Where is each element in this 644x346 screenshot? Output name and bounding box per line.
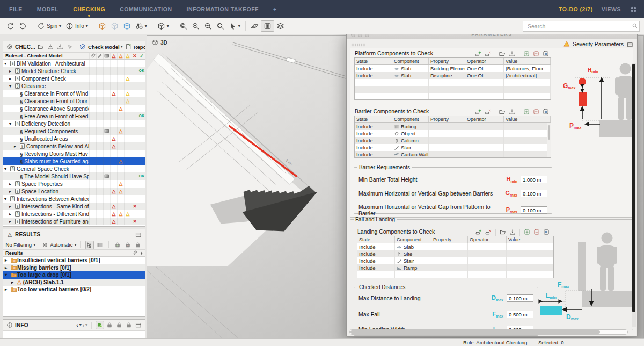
show-all-button[interactable] bbox=[96, 21, 108, 31]
open-folder-button[interactable] bbox=[498, 49, 507, 58]
ruleset-row[interactable]: ▸§Components Below and Ab△ bbox=[3, 142, 145, 150]
add-box-button[interactable] bbox=[522, 49, 531, 58]
chevron-down-icon[interactable]: ▾ bbox=[79, 323, 82, 327]
add-row-button[interactable] bbox=[474, 107, 482, 116]
table-scrollbar[interactable] bbox=[547, 123, 551, 157]
expander-icon[interactable]: ▸ bbox=[3, 287, 11, 292]
panel-window-button[interactable] bbox=[134, 230, 143, 239]
remove-row-button[interactable] bbox=[484, 107, 492, 116]
ruleset-row[interactable]: §Unallocated Areas△ bbox=[3, 135, 145, 142]
table-row[interactable]: IncludeCurtain Wall bbox=[355, 151, 551, 158]
expander-icon[interactable]: ▾ bbox=[3, 84, 15, 89]
mode-dropdown[interactable]: Automatic bbox=[50, 242, 72, 248]
accept-result-button[interactable] bbox=[113, 241, 122, 249]
hide-selected-button[interactable] bbox=[108, 21, 121, 31]
parameter-input[interactable] bbox=[507, 311, 533, 318]
drag-handle-icon[interactable] bbox=[351, 43, 365, 47]
show-selected-button[interactable] bbox=[121, 21, 133, 31]
expander-icon[interactable]: ▸ bbox=[3, 212, 15, 217]
expander-icon[interactable]: ▾ bbox=[3, 197, 10, 201]
add-box-button[interactable] bbox=[523, 228, 531, 236]
parameter-input[interactable] bbox=[521, 176, 547, 183]
flat-view-button[interactable] bbox=[96, 241, 104, 249]
layers-button[interactable] bbox=[274, 21, 287, 31]
ruleset-row[interactable]: ▸§Model Structure CheckOK bbox=[3, 67, 145, 75]
table-row[interactable]: IncludeSlabDisciplineOne Of[Architectura… bbox=[355, 72, 551, 79]
ruleset-row[interactable]: ▸§Component Check△ bbox=[3, 75, 145, 82]
table-row[interactable]: IncludeStair bbox=[357, 257, 553, 264]
ruleset-row[interactable]: ▾§Clearance bbox=[3, 82, 145, 90]
todo-button[interactable]: TO-DO (2/7) bbox=[559, 6, 593, 12]
menu-item-model[interactable]: MODEL bbox=[37, 6, 58, 12]
import-button[interactable] bbox=[508, 228, 517, 236]
bag-button[interactable] bbox=[134, 241, 142, 249]
redo-button[interactable] bbox=[17, 21, 29, 31]
add-row-button[interactable] bbox=[474, 49, 482, 58]
ruleset-row[interactable]: §Slabs must be Guarded aga△ bbox=[3, 157, 145, 165]
table-row[interactable]: IncludeObject bbox=[355, 130, 551, 137]
result-row[interactable]: ▸Missing barriers [0/1] bbox=[3, 264, 145, 272]
parameters-dialog[interactable]: PARAMETERS Severity Parameters Platform … bbox=[346, 30, 638, 337]
prev-button[interactable]: ‹ bbox=[76, 322, 78, 328]
expander-icon[interactable]: ▸ bbox=[3, 182, 15, 186]
undo-button[interactable] bbox=[4, 21, 17, 31]
ruleset-row[interactable]: ▸§Space Location△△ bbox=[3, 188, 145, 195]
open-folder-button[interactable] bbox=[498, 107, 507, 116]
expander-icon[interactable]: ▾ bbox=[3, 272, 11, 277]
ruleset-settings-button[interactable] bbox=[65, 42, 74, 51]
table-row[interactable]: IncludeSlab bbox=[357, 243, 553, 250]
next-button[interactable]: › bbox=[83, 322, 84, 328]
import-button[interactable] bbox=[508, 49, 516, 58]
expander-icon[interactable]: ▸ bbox=[3, 219, 15, 224]
platform-table[interactable]: StateComponentPropertyOperatorValueInclu… bbox=[354, 57, 551, 100]
ruleset-row[interactable]: §Clearance in Front of Wind△△ bbox=[3, 90, 145, 97]
expander-icon[interactable]: ▸ bbox=[3, 76, 15, 81]
menu-item-checking[interactable]: CHECKING bbox=[73, 6, 105, 12]
dialog-horizontal-scrollbar[interactable] bbox=[349, 329, 628, 335]
reject-result-button[interactable] bbox=[123, 241, 132, 249]
menu-item-file[interactable]: FILE bbox=[9, 6, 23, 12]
spin-button[interactable]: Spin▾ bbox=[35, 21, 63, 31]
bag-button[interactable] bbox=[115, 321, 123, 329]
expander-icon[interactable]: ▸ bbox=[3, 258, 11, 263]
import-ruleset-button[interactable] bbox=[46, 42, 55, 51]
menu-item-information-takeoff[interactable]: INFORMATION TAKEOFF bbox=[186, 6, 259, 12]
parameter-input[interactable] bbox=[521, 190, 547, 197]
select-tool-button[interactable]: ▾ bbox=[226, 21, 243, 31]
ruleset-row[interactable]: ▾§BIM Validation - Architectural bbox=[3, 60, 145, 67]
ruleset-row[interactable]: §Required Components△ bbox=[3, 127, 145, 135]
check-model-button[interactable]: Check Model bbox=[88, 44, 120, 50]
map-view-button[interactable] bbox=[261, 20, 274, 32]
remove-row-button[interactable] bbox=[484, 49, 492, 58]
dialog-vertical-scrollbar[interactable] bbox=[632, 63, 636, 327]
result-row[interactable]: ▸Insufficient vertical barriers [0/1] bbox=[3, 257, 145, 264]
add-row-button[interactable] bbox=[474, 228, 483, 236]
ruleset-row[interactable]: ▸§Intersections - Same Kind of△✕ bbox=[3, 203, 145, 210]
plan-view-button[interactable] bbox=[248, 21, 261, 31]
chevron-down-icon[interactable]: ▾ bbox=[121, 45, 123, 49]
add-box-button[interactable] bbox=[522, 107, 531, 116]
result-row[interactable]: ▸△(ARCH) Slab.1.1 bbox=[3, 279, 145, 286]
view-cube-button[interactable]: ▾ bbox=[155, 21, 171, 31]
zoom-in-button[interactable] bbox=[189, 21, 202, 31]
landing-table[interactable]: StateComponentPropertyOperatorValueInclu… bbox=[357, 236, 554, 278]
open-ruleset-button[interactable] bbox=[36, 42, 45, 51]
ruleset-row[interactable]: §The Model Should Have SpaceOK bbox=[3, 172, 145, 180]
window-icon[interactable] bbox=[627, 41, 633, 48]
views-button[interactable]: VIEWS bbox=[602, 6, 621, 12]
remove-row-button[interactable] bbox=[484, 228, 493, 236]
filter-dropdown[interactable]: No Filtering bbox=[6, 242, 32, 248]
import-button[interactable] bbox=[508, 107, 516, 116]
expander-icon[interactable]: ▸ bbox=[3, 69, 15, 74]
menu-item-+[interactable]: + bbox=[273, 6, 277, 12]
remove-box-button[interactable] bbox=[532, 49, 540, 58]
ruleset-row[interactable]: ▸§Intersections of Furniture and△✕ bbox=[3, 218, 145, 225]
expander-icon[interactable]: ▸ bbox=[3, 265, 11, 270]
expander-icon[interactable]: ▾ bbox=[3, 167, 10, 171]
remove-box-button[interactable] bbox=[532, 107, 540, 116]
open-folder-button[interactable] bbox=[499, 228, 507, 236]
ruleset-row[interactable]: ▸§Space Properties△ bbox=[3, 180, 145, 188]
chevron-down-icon[interactable]: ▾ bbox=[33, 243, 35, 247]
copy-box-button[interactable] bbox=[541, 49, 550, 58]
result-row[interactable]: ▾Too large a drop [0/1] bbox=[3, 271, 145, 279]
